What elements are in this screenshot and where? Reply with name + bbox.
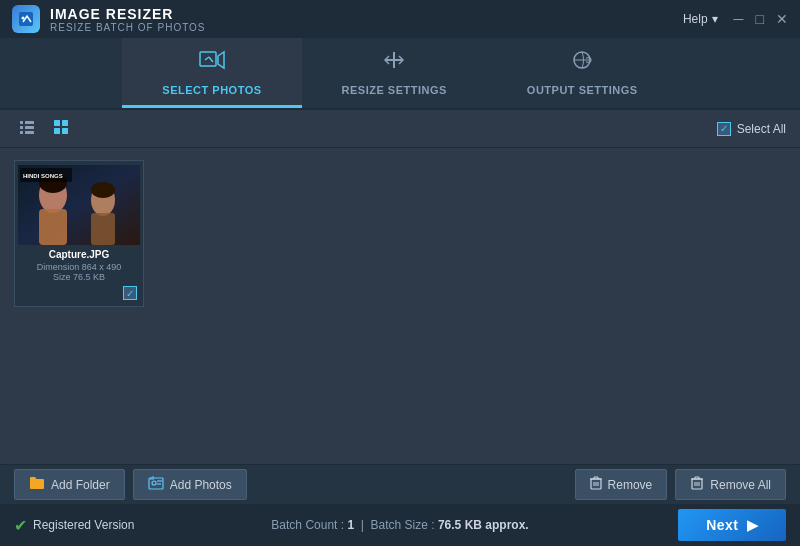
close-button[interactable]: ✕ bbox=[776, 12, 788, 26]
photo-checkbox[interactable]: ✓ bbox=[123, 286, 137, 300]
remove-all-button[interactable]: Remove All bbox=[675, 469, 786, 500]
folder-icon bbox=[29, 476, 45, 493]
resize-settings-icon bbox=[381, 48, 407, 78]
restore-button[interactable]: □ bbox=[756, 12, 764, 26]
tab-output-settings-label: OUTPUT SETTINGS bbox=[527, 84, 638, 96]
toolbar: ✓ Select All bbox=[0, 110, 800, 148]
title-bar-right: Help ▾ ─ □ ✕ bbox=[683, 12, 788, 26]
photo-dimension: Dimension 864 x 490 bbox=[21, 262, 137, 272]
photo-thumbnail: HINDI SONGS bbox=[18, 165, 140, 245]
output-settings-icon bbox=[569, 48, 595, 78]
select-all-checkbox[interactable]: ✓ bbox=[717, 122, 731, 136]
add-photos-button[interactable]: Add Photos bbox=[133, 469, 247, 500]
svg-rect-11 bbox=[62, 120, 68, 126]
add-photos-label: Add Photos bbox=[170, 478, 232, 492]
svg-rect-0 bbox=[19, 12, 33, 26]
photo-area: HINDI SONGS Capture.JPG Dimension 864 x … bbox=[0, 148, 800, 458]
chevron-down-icon: ▾ bbox=[712, 12, 718, 26]
batch-count-value: 1 bbox=[347, 518, 354, 532]
tab-select-photos-label: SELECT PHOTOS bbox=[162, 84, 261, 96]
batch-size-value: 76.5 KB approx. bbox=[438, 518, 529, 532]
select-all-area[interactable]: ✓ Select All bbox=[717, 122, 786, 136]
photo-info: Capture.JPG Dimension 864 x 490 Size 76.… bbox=[19, 245, 139, 284]
registered-icon: ✔ bbox=[14, 516, 27, 535]
remove-all-icon bbox=[690, 476, 704, 493]
select-photos-icon bbox=[198, 48, 226, 78]
remove-all-label: Remove All bbox=[710, 478, 771, 492]
next-arrow-icon: ▶ bbox=[747, 517, 759, 533]
photo-footer: ✓ bbox=[19, 284, 139, 302]
svg-rect-18 bbox=[91, 213, 115, 245]
list-view-button[interactable] bbox=[14, 116, 40, 142]
app-title-sub: RESIZE BATCH OF PHOTOS bbox=[50, 22, 206, 33]
view-controls bbox=[14, 116, 74, 142]
svg-rect-4 bbox=[20, 121, 23, 124]
next-button[interactable]: Next ▶ bbox=[678, 509, 786, 541]
tab-resize-settings[interactable]: RESIZE SETTINGS bbox=[302, 38, 487, 108]
app-icon bbox=[12, 5, 40, 33]
svg-point-24 bbox=[152, 481, 156, 485]
svg-point-20 bbox=[91, 182, 115, 198]
photo-card[interactable]: HINDI SONGS Capture.JPG Dimension 864 x … bbox=[14, 160, 144, 307]
tabs-bar: SELECT PHOTOS RESIZE SETTINGS OUTPUT SET… bbox=[0, 38, 800, 110]
svg-rect-7 bbox=[25, 126, 34, 129]
next-label: Next bbox=[706, 517, 738, 533]
registered-label: Registered Version bbox=[33, 518, 134, 532]
svg-rect-8 bbox=[20, 131, 23, 134]
bottom-actions: Add Folder Add Photos bbox=[0, 464, 800, 504]
left-buttons: Add Folder Add Photos bbox=[14, 469, 247, 500]
window-controls: ─ □ ✕ bbox=[734, 12, 788, 26]
svg-rect-16 bbox=[39, 209, 67, 245]
tab-resize-settings-label: RESIZE SETTINGS bbox=[342, 84, 447, 96]
svg-text:HINDI SONGS: HINDI SONGS bbox=[23, 173, 63, 179]
svg-rect-2 bbox=[200, 52, 216, 66]
add-folder-label: Add Folder bbox=[51, 478, 110, 492]
status-bar: ✔ Registered Version Batch Count : 1 | B… bbox=[0, 504, 800, 546]
svg-rect-6 bbox=[20, 126, 23, 129]
remove-icon bbox=[590, 476, 602, 493]
tab-select-photos[interactable]: SELECT PHOTOS bbox=[122, 38, 301, 108]
photo-name: Capture.JPG bbox=[21, 249, 137, 260]
grid-view-button[interactable] bbox=[48, 116, 74, 142]
photo-size: Size 76.5 KB bbox=[21, 272, 137, 282]
title-bar-left: IMAGE RESIZER RESIZE BATCH OF PHOTOS bbox=[12, 5, 206, 33]
svg-rect-13 bbox=[62, 128, 68, 134]
batch-count-label: Batch Count : bbox=[271, 518, 344, 532]
right-buttons: Remove Remove All bbox=[575, 469, 786, 500]
tab-output-settings[interactable]: OUTPUT SETTINGS bbox=[487, 38, 678, 108]
minimize-button[interactable]: ─ bbox=[734, 12, 744, 26]
status-left: ✔ Registered Version bbox=[14, 516, 134, 535]
help-button[interactable]: Help ▾ bbox=[683, 12, 718, 26]
svg-rect-5 bbox=[25, 121, 34, 124]
svg-rect-10 bbox=[54, 120, 60, 126]
batch-size-label: Batch Size : bbox=[371, 518, 435, 532]
title-bar: IMAGE RESIZER RESIZE BATCH OF PHOTOS Hel… bbox=[0, 0, 800, 38]
select-all-label: Select All bbox=[737, 122, 786, 136]
svg-rect-9 bbox=[25, 131, 34, 134]
remove-button[interactable]: Remove bbox=[575, 469, 668, 500]
status-center: Batch Count : 1 | Batch Size : 76.5 KB a… bbox=[271, 518, 528, 532]
add-folder-button[interactable]: Add Folder bbox=[14, 469, 125, 500]
add-photos-icon bbox=[148, 476, 164, 493]
remove-label: Remove bbox=[608, 478, 653, 492]
svg-rect-12 bbox=[54, 128, 60, 134]
svg-point-1 bbox=[22, 17, 25, 20]
app-title-text: IMAGE RESIZER RESIZE BATCH OF PHOTOS bbox=[50, 6, 206, 33]
app-title-main: IMAGE RESIZER bbox=[50, 6, 206, 22]
